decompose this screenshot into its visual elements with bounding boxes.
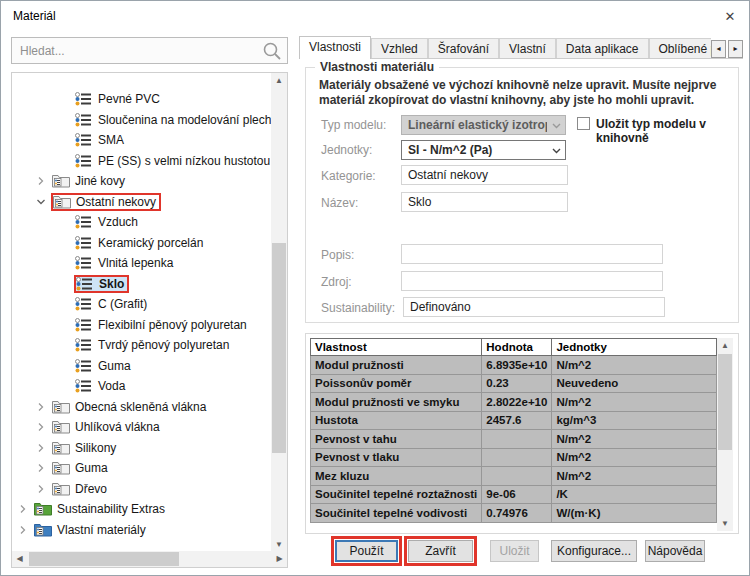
tree-item-label: Sklo — [99, 277, 124, 291]
folder-icon — [52, 174, 70, 188]
table-vertical-scrollbar[interactable]: ▲ ▼ — [717, 338, 733, 531]
table-cell: /K — [552, 485, 717, 504]
tree-item-content: Vzduch — [74, 214, 142, 230]
chevron-collapsed-icon[interactable] — [18, 503, 33, 515]
konfigurace-button[interactable]: Konfigurace... — [551, 540, 637, 562]
scroll-up-icon[interactable]: ▲ — [717, 338, 733, 353]
chevron-expanded-icon[interactable] — [36, 196, 51, 208]
material-dialog: Materiál ✕ Pevné PVCSloučenina na modelo… — [0, 0, 750, 576]
tab-vzhled[interactable]: Vzhled — [371, 38, 428, 59]
tree-item-silikony[interactable]: Silikony — [12, 438, 271, 459]
close-icon[interactable]: ✕ — [717, 7, 743, 27]
tree-item-content: Dřevo — [51, 481, 111, 497]
search-icon — [261, 40, 283, 62]
tree-item-vlnita-lepenka[interactable]: Vlnitá lepenka — [12, 253, 271, 274]
table-row[interactable]: Mez kluzuN/m^2 — [311, 467, 717, 486]
scroll-left-icon[interactable]: ◀ — [12, 551, 27, 567]
scrollbar-thumb[interactable] — [718, 354, 732, 450]
tree-item-guma[interactable]: Guma — [12, 356, 271, 377]
scrollbar-thumb[interactable] — [29, 552, 179, 566]
tree-item-ostatni-nekovy[interactable]: Ostatní nekovy — [12, 192, 271, 213]
folder-icon — [53, 195, 71, 209]
chevron-collapsed-icon[interactable] — [36, 421, 51, 433]
tree-item-sloucenina-na-modelovani-plechu[interactable]: Sloučenina na modelování plechu — [12, 110, 271, 131]
tree-item-label: Voda — [98, 379, 125, 393]
tree-item-drevo[interactable]: Dřevo — [12, 479, 271, 500]
table-row[interactable]: Součinitel tepelné vodivosti0.74976W/(m·… — [311, 504, 717, 523]
table-row[interactable]: Hustota2457.6kg/m^3 — [311, 411, 717, 430]
tree-item-tvrdy-penovy-polyuretan[interactable]: Tvrdý pěnový polyuretan — [12, 335, 271, 356]
table-row[interactable]: Součinitel tepelné roztažnosti9e-06/K — [311, 485, 717, 504]
tree-item-pevne-pvc[interactable]: Pevné PVC — [12, 89, 271, 110]
tree-item-content: Sloučenina na modelování plechu — [74, 112, 271, 128]
table-row[interactable]: Pevnost v tahuN/m^2 — [311, 430, 717, 449]
scrollbar-thumb[interactable] — [272, 243, 286, 453]
table-row[interactable]: Modul pružnosti ve smyku2.8022e+10N/m^2 — [311, 393, 717, 412]
chevron-collapsed-icon[interactable] — [36, 175, 51, 187]
material-icon — [75, 133, 93, 147]
chevron-collapsed-icon[interactable] — [36, 442, 51, 454]
source-field[interactable] — [401, 271, 663, 291]
tree-item-obecna-sklenena-vlakna[interactable]: Obecná skleněná vlákna — [12, 397, 271, 418]
pouzit-button[interactable]: Použít — [335, 540, 398, 562]
scroll-down-icon[interactable]: ▼ — [271, 537, 287, 552]
units-dropdown[interactable]: SI - N/m^2 (Pa) — [401, 140, 566, 160]
tree-item-pe-ss-s-velmi-nizkou-hustotou[interactable]: PE (SS) s velmi nízkou hustotou — [12, 151, 271, 172]
tree-vertical-scrollbar[interactable]: ▲ ▼ — [271, 73, 287, 552]
tree-item-content: C (Grafit) — [74, 296, 151, 312]
napoveda-button[interactable]: Nápověda — [645, 540, 705, 562]
tab-vlastnosti[interactable]: Vlastnosti — [299, 36, 371, 59]
tree-item-vzduch[interactable]: Vzduch — [12, 212, 271, 233]
tree-item-uhlikova-vlakna[interactable]: Uhlíková vlákna — [12, 417, 271, 438]
tree-item-label: Ostatní nekovy — [76, 195, 156, 209]
tree-item-content: Guma — [51, 460, 112, 476]
table-cell: 0.74976 — [482, 504, 552, 523]
scroll-up-icon[interactable]: ▲ — [271, 73, 287, 88]
chevron-collapsed-icon[interactable] — [36, 401, 51, 413]
zavrit-button[interactable]: Zavřít — [408, 540, 473, 562]
tree-item-jine-kovy[interactable]: Jiné kovy — [12, 171, 271, 192]
tab-data-aplikace[interactable]: Data aplikace — [556, 38, 649, 59]
tree-item-guma[interactable]: Guma — [12, 458, 271, 479]
chevron-collapsed-icon[interactable] — [36, 483, 51, 495]
table-row[interactable]: Pevnost v tlakuN/m^2 — [311, 448, 717, 467]
tree-item-label: Flexibilní pěnový polyuretan — [98, 318, 247, 332]
tree-item-content: Jiné kovy — [51, 173, 129, 189]
tree-item-vlastni-materialy[interactable]: Vlastní materiály — [12, 520, 271, 541]
table-row[interactable]: Poissonův poměr0.23Neuvedeno — [311, 374, 717, 393]
tab-vlastni[interactable]: Vlastní — [499, 38, 556, 59]
tab-scroll-left-button[interactable]: ◂ — [711, 40, 726, 58]
material-icon — [75, 379, 93, 393]
tab-srafovani[interactable]: Šrafování — [428, 38, 499, 59]
tree-item-label: Keramický porcelán — [98, 236, 203, 250]
material-icon — [75, 359, 93, 373]
category-field[interactable] — [401, 165, 568, 185]
tab-oblibene-polozky[interactable]: Oblíbené položky — [649, 38, 711, 59]
tab-scroll-right-button[interactable]: ▸ — [728, 40, 743, 58]
save-model-type-checkbox[interactable] — [577, 117, 590, 130]
tree-item-sustainability-extras[interactable]: Sustainability Extras — [12, 499, 271, 520]
material-icon — [75, 256, 93, 270]
search-input[interactable] — [12, 44, 261, 58]
tree-item-keramicky-porcelan[interactable]: Keramický porcelán — [12, 233, 271, 254]
chevron-down-icon — [547, 118, 565, 132]
scroll-down-icon[interactable]: ▼ — [717, 516, 733, 531]
tree-item-sma[interactable]: SMA — [12, 130, 271, 151]
sustainability-field[interactable] — [403, 297, 665, 317]
ulozit-button[interactable]: Uložit — [490, 540, 539, 562]
tree-horizontal-scrollbar[interactable]: ◀ ▶ — [12, 551, 287, 567]
name-field[interactable] — [401, 192, 568, 212]
table-cell: 2457.6 — [482, 411, 552, 430]
material-icon — [75, 297, 93, 311]
tree-item-sklo[interactable]: Sklo — [12, 274, 271, 295]
chevron-collapsed-icon[interactable] — [36, 462, 51, 474]
description-field[interactable] — [401, 244, 663, 264]
chevron-collapsed-icon[interactable] — [18, 524, 33, 536]
tree-item-c-grafit[interactable]: C (Grafit) — [12, 294, 271, 315]
table-row[interactable]: Modul pružnosti6.8935e+10N/m^2 — [311, 356, 717, 375]
tree-item-flexibilni-penovy-polyuretan[interactable]: Flexibilní pěnový polyuretan — [12, 315, 271, 336]
table-cell: Modul pružnosti ve smyku — [311, 393, 482, 412]
scroll-right-icon[interactable]: ▶ — [272, 551, 287, 567]
tree-item-voda[interactable]: Voda — [12, 376, 271, 397]
column-header-vlastnost: Vlastnost — [311, 339, 482, 356]
